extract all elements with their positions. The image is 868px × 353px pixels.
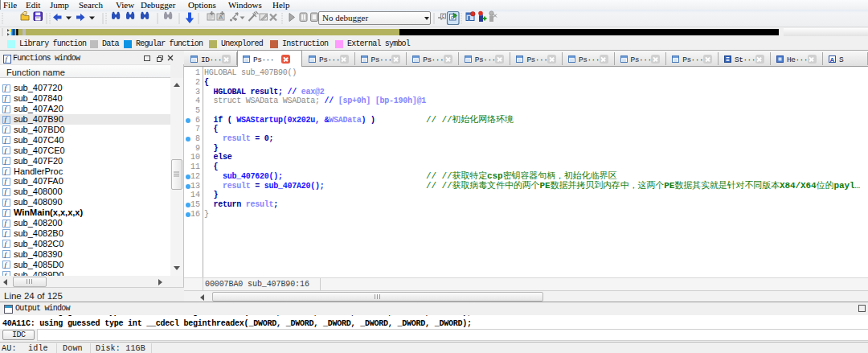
- svg-text:A: A: [830, 56, 835, 64]
